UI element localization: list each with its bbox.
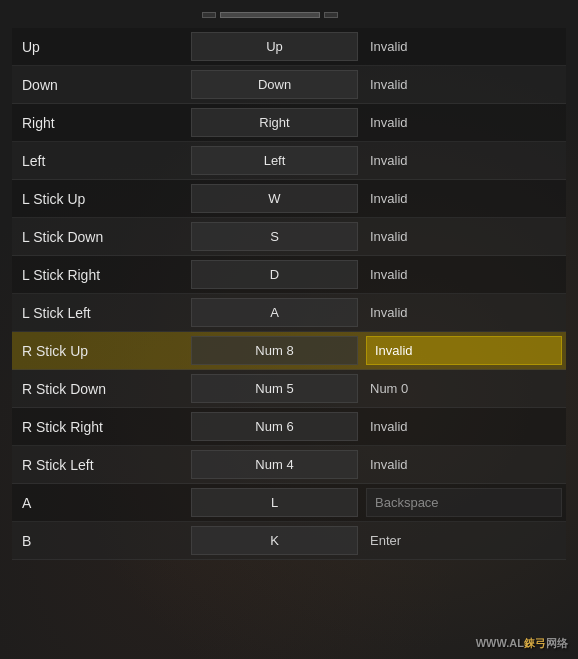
cell-action: R Stick Down: [12, 375, 187, 403]
cell-value[interactable]: Invalid: [362, 71, 566, 98]
cell-key[interactable]: Num 6: [191, 412, 358, 441]
cell-value[interactable]: Invalid: [362, 147, 566, 174]
cell-key[interactable]: Left: [191, 146, 358, 175]
nav-prev-button[interactable]: [202, 12, 216, 18]
table-row[interactable]: LeftLeftInvalid: [12, 142, 566, 180]
table-row[interactable]: R Stick UpNum 8Invalid: [12, 332, 566, 370]
keybind-list: UpUpInvalidDownDownInvalidRightRightInva…: [12, 28, 566, 560]
table-row[interactable]: BKEnter: [12, 522, 566, 560]
watermark: WWW.AL錸弓网络: [476, 636, 568, 651]
table-row[interactable]: RightRightInvalid: [12, 104, 566, 142]
watermark-highlight: 錸弓: [524, 637, 546, 649]
cell-value[interactable]: Invalid: [362, 109, 566, 136]
header-row: [12, 8, 566, 22]
table-row[interactable]: L Stick UpWInvalid: [12, 180, 566, 218]
cell-value[interactable]: Num 0: [362, 375, 566, 402]
watermark-suffix: 网络: [546, 637, 568, 649]
table-row[interactable]: L Stick DownSInvalid: [12, 218, 566, 256]
cell-value[interactable]: Backspace: [366, 488, 562, 517]
cell-value[interactable]: Invalid: [366, 336, 562, 365]
cell-action: R Stick Right: [12, 413, 187, 441]
cell-value[interactable]: Invalid: [362, 33, 566, 60]
cell-value[interactable]: Invalid: [362, 261, 566, 288]
cell-value[interactable]: Enter: [362, 527, 566, 554]
cell-key[interactable]: Num 4: [191, 450, 358, 479]
cell-value[interactable]: Invalid: [362, 451, 566, 478]
cell-action: R Stick Left: [12, 451, 187, 479]
table-row[interactable]: L Stick RightDInvalid: [12, 256, 566, 294]
cell-action: Down: [12, 71, 187, 99]
cell-action: L Stick Left: [12, 299, 187, 327]
cell-key[interactable]: L: [191, 488, 358, 517]
cell-action: L Stick Down: [12, 223, 187, 251]
cell-value[interactable]: Invalid: [362, 413, 566, 440]
nav-label: [220, 12, 320, 18]
cell-action: Right: [12, 109, 187, 137]
table-row[interactable]: R Stick LeftNum 4Invalid: [12, 446, 566, 484]
cell-key[interactable]: Up: [191, 32, 358, 61]
cell-key[interactable]: Num 5: [191, 374, 358, 403]
cell-action: A: [12, 489, 187, 517]
cell-value[interactable]: Invalid: [362, 299, 566, 326]
main-container: UpUpInvalidDownDownInvalidRightRightInva…: [0, 0, 578, 659]
cell-key[interactable]: S: [191, 222, 358, 251]
header-nav: [202, 12, 338, 18]
table-row[interactable]: R Stick RightNum 6Invalid: [12, 408, 566, 446]
cell-action: Up: [12, 33, 187, 61]
cell-key[interactable]: Right: [191, 108, 358, 137]
cell-key[interactable]: D: [191, 260, 358, 289]
table-row[interactable]: L Stick LeftAInvalid: [12, 294, 566, 332]
cell-key[interactable]: K: [191, 526, 358, 555]
cell-key[interactable]: Down: [191, 70, 358, 99]
cell-value[interactable]: Invalid: [362, 223, 566, 250]
nav-next-button[interactable]: [324, 12, 338, 18]
table-row[interactable]: ALBackspace: [12, 484, 566, 522]
table-row[interactable]: UpUpInvalid: [12, 28, 566, 66]
cell-value[interactable]: Invalid: [362, 185, 566, 212]
cell-action: B: [12, 527, 187, 555]
cell-action: L Stick Up: [12, 185, 187, 213]
table-row[interactable]: R Stick DownNum 5Num 0: [12, 370, 566, 408]
cell-key[interactable]: W: [191, 184, 358, 213]
table-row[interactable]: DownDownInvalid: [12, 66, 566, 104]
cell-action: Left: [12, 147, 187, 175]
cell-action: R Stick Up: [12, 337, 187, 365]
cell-action: L Stick Right: [12, 261, 187, 289]
watermark-prefix: WWW.AL: [476, 637, 524, 649]
cell-key[interactable]: Num 8: [191, 336, 358, 365]
cell-key[interactable]: A: [191, 298, 358, 327]
